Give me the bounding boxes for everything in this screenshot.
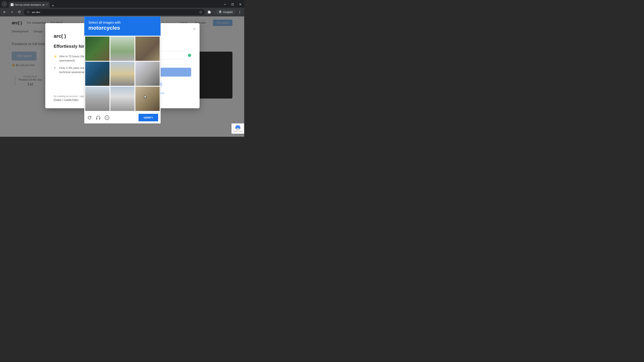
incognito-icon bbox=[218, 10, 222, 14]
forward-button[interactable] bbox=[9, 9, 15, 15]
new-tab-button[interactable]: + bbox=[50, 4, 56, 8]
page-content: arc( ) For companies For talent Log in F… bbox=[0, 16, 244, 137]
tab-favicon: a bbox=[11, 3, 14, 6]
captcha-header: Select all images with motorcycles bbox=[84, 16, 160, 36]
recaptcha-challenge: Select all images with motorcycles V bbox=[84, 16, 161, 123]
window-controls bbox=[221, 1, 244, 8]
modal-close-button[interactable]: × bbox=[193, 26, 196, 32]
chevron-down-icon bbox=[3, 3, 6, 5]
browser-titlebar: a Hire top remote developers, de × + bbox=[0, 0, 244, 8]
captcha-tile-2[interactable] bbox=[135, 36, 160, 61]
captcha-tile-0[interactable] bbox=[85, 36, 110, 61]
tab-search-dropdown[interactable] bbox=[1, 1, 8, 7]
captcha-instruction-line1: Select all images with bbox=[88, 21, 156, 24]
captcha-tile-4[interactable] bbox=[110, 62, 135, 86]
captcha-footer: VERIFY bbox=[84, 112, 160, 123]
tab-close-button[interactable]: × bbox=[46, 3, 48, 6]
captcha-tile-6[interactable] bbox=[85, 87, 110, 111]
svg-point-3 bbox=[240, 12, 240, 12]
headphones-icon bbox=[96, 115, 101, 120]
svg-point-7 bbox=[107, 116, 107, 117]
svg-point-4 bbox=[240, 13, 240, 13]
svg-point-2 bbox=[240, 11, 240, 11]
check-badge-icon: ✦ bbox=[54, 66, 57, 74]
minimize-button[interactable] bbox=[221, 1, 229, 8]
back-button[interactable] bbox=[2, 9, 8, 15]
captcha-tile-3[interactable] bbox=[85, 62, 110, 86]
captcha-tile-8[interactable] bbox=[135, 87, 160, 111]
captcha-audio-button[interactable] bbox=[96, 115, 101, 120]
captcha-instruction-line2: motorcycles bbox=[88, 25, 156, 31]
recaptcha-logo-icon bbox=[235, 125, 240, 130]
browser-toolbar: arc.dev | Incognito bbox=[0, 8, 244, 16]
captcha-tile-5[interactable] bbox=[135, 62, 160, 86]
reload-button[interactable] bbox=[16, 9, 22, 15]
extensions-button[interactable] bbox=[206, 9, 212, 15]
site-info-icon[interactable] bbox=[26, 10, 30, 14]
svg-rect-1 bbox=[232, 3, 234, 5]
browser-tab[interactable]: a Hire top remote developers, de × bbox=[9, 2, 50, 8]
captcha-tile-1[interactable] bbox=[110, 36, 135, 61]
url-text: arc.dev bbox=[32, 11, 40, 13]
captcha-verify-button[interactable]: VERIFY bbox=[138, 114, 158, 121]
address-bar[interactable]: arc.dev bbox=[24, 9, 205, 15]
menu-button[interactable] bbox=[237, 9, 242, 15]
privacy-link[interactable]: Privacy bbox=[54, 98, 62, 101]
svg-rect-0 bbox=[224, 4, 226, 4]
field-valid-icon bbox=[188, 54, 191, 57]
info-icon bbox=[104, 115, 110, 120]
svg-rect-6 bbox=[107, 117, 107, 119]
captcha-tile-7[interactable] bbox=[110, 87, 135, 111]
bookmark-button[interactable] bbox=[199, 10, 202, 14]
bolt-icon: ⚡ bbox=[54, 54, 57, 63]
recaptcha-badge[interactable]: Privacy - Terms bbox=[232, 123, 244, 134]
reload-icon bbox=[87, 115, 92, 120]
captcha-image-grid bbox=[84, 36, 160, 112]
captcha-reload-button[interactable] bbox=[87, 115, 92, 120]
incognito-label: Incognito bbox=[223, 11, 233, 13]
tab-title: Hire top remote developers, de bbox=[15, 3, 44, 6]
maximize-button[interactable] bbox=[229, 1, 236, 8]
close-window-button[interactable] bbox=[236, 1, 244, 8]
incognito-badge[interactable]: Incognito bbox=[216, 9, 235, 15]
captcha-info-button[interactable] bbox=[104, 115, 110, 120]
cookie-link[interactable]: Cookie Policy bbox=[64, 98, 78, 101]
